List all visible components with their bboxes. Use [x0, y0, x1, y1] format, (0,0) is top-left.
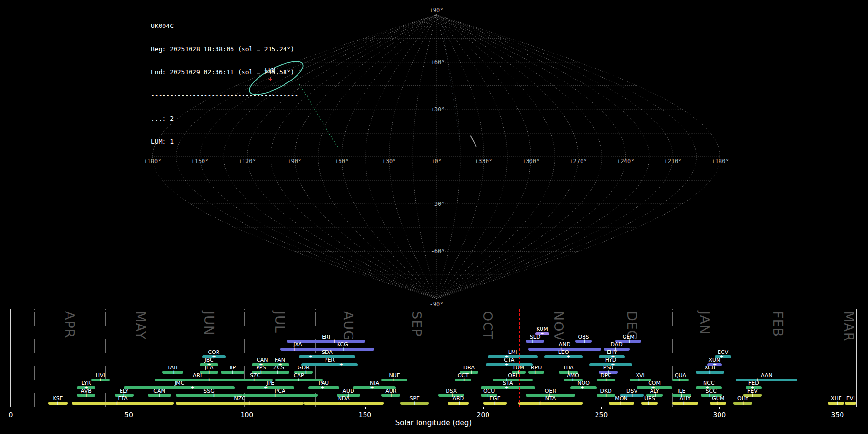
ra-axis-label: +330°: [475, 158, 492, 164]
month-label-mar: MAR: [841, 311, 856, 342]
month-boundary-line: [176, 309, 176, 407]
shower-bar-PCA: [242, 394, 318, 397]
meteor-trail-dotted: [299, 84, 338, 148]
shower-label-JPE: JPE: [257, 380, 284, 386]
shower-peak-marker-OCT: +: [461, 377, 467, 383]
count-unassociated: ...: 2: [151, 115, 298, 122]
shower-label-LEO: LEO: [550, 350, 577, 355]
x-axis-tick: [365, 407, 366, 409]
meridian-line: [436, 15, 484, 299]
month-label-may: MAY: [133, 311, 148, 339]
shower-peak-marker-CAM: +: [157, 393, 163, 398]
shower-peak-marker-LEO: +: [565, 354, 571, 360]
ra-axis-label: +0°: [431, 158, 442, 164]
x-axis-tick: [601, 407, 602, 409]
shower-peak-marker-NZC: +: [246, 400, 252, 406]
shower-peak-marker-PCA: +: [272, 393, 278, 398]
meridian-line: [436, 15, 696, 299]
x-axis-tick-label: 50: [118, 411, 139, 419]
shower-peak-marker-URS: +: [646, 400, 651, 406]
ra-axis-label: +270°: [570, 158, 587, 164]
shower-peak-marker-ARI: +: [206, 377, 212, 383]
shower-peak-marker-AHY: +: [681, 400, 687, 406]
x-axis-tick: [483, 407, 484, 409]
dec-axis-label: +30°: [431, 106, 445, 113]
x-axis-tick-label: 200: [473, 411, 494, 419]
shower-label-JMC: JMC: [166, 380, 193, 386]
count-lum: LUM: 1: [151, 138, 298, 146]
shower-peak-marker-CAP: +: [296, 377, 302, 383]
ra-axis-label: +210°: [664, 158, 681, 164]
shower-peak-marker-EGE: +: [492, 400, 498, 406]
shower-peak-marker-STA: +: [504, 385, 510, 391]
shower-peak-marker-OBS: +: [582, 339, 588, 344]
shower-peak-marker-MON: +: [617, 400, 623, 406]
x-axis-tick: [129, 407, 129, 409]
x-axis-title: Solar longitude (deg): [10, 419, 857, 427]
month-label-jun: JUN: [202, 311, 217, 336]
shower-label-EVI: EVI: [837, 396, 864, 401]
sky-map: LUM+90°-90°+180°+150°+120°+90°+60°+30°+0…: [0, 0, 868, 307]
shower-label-ETA: ETA: [109, 396, 136, 401]
shower-peak-marker-OHY: +: [740, 400, 746, 406]
month-boundary-line: [105, 309, 106, 407]
dec-axis-label: +60°: [431, 59, 445, 66]
shower-peak-marker-SZC: +: [251, 377, 257, 383]
station-id: UK004C: [151, 22, 298, 30]
meridian-line: [366, 15, 436, 299]
meridian-line: [436, 15, 507, 299]
meridian-line: [389, 15, 436, 299]
shower-peak-marker-AUR: +: [388, 393, 394, 398]
shower-label-SDA: SDA: [314, 350, 341, 355]
x-axis-tick-label: 350: [827, 411, 848, 419]
shower-peak-marker-JXA: +: [291, 346, 297, 352]
shower-peak-marker-IIP: +: [230, 369, 236, 375]
month-label-oct: OCT: [480, 311, 495, 340]
shower-peak-marker-ARD: +: [457, 400, 462, 406]
shower-peak-marker-NDA: +: [336, 400, 342, 406]
end-time: End: 20251029 02:36:11 (sol = 215.58°): [151, 68, 298, 76]
info-separator: ---------------------------------------: [151, 92, 298, 99]
ra-axis-label: +60°: [335, 158, 349, 164]
radiant-activity-plot: LUM+90°-90°+180°+150°+120°+90°+60°+30°+0…: [0, 0, 868, 434]
month-label-jul: JUL: [272, 311, 287, 333]
shower-label-JXA: JXA: [284, 342, 311, 347]
meridian-line: [436, 15, 460, 299]
dec-axis-label: -60°: [431, 248, 445, 255]
shower-peak-marker-TAH: +: [171, 369, 176, 375]
month-boundary-line: [34, 309, 35, 407]
shower-label-ORI: ORI: [499, 373, 526, 378]
meridian-line: [436, 15, 531, 299]
month-label-aug: AUG: [341, 311, 356, 341]
shower-label-PCA: PCA: [267, 388, 294, 393]
shower-peak-marker-XCB: +: [707, 369, 713, 375]
ra-axis-label: +240°: [617, 158, 634, 164]
month-boundary-line: [244, 309, 245, 407]
shower-bar-ETA: [72, 402, 174, 405]
shower-peak-marker-EVI: +: [851, 400, 857, 406]
shower-peak-marker-SSG: +: [211, 393, 217, 398]
shower-peak-marker-KCG: +: [341, 346, 347, 352]
x-axis-tick: [247, 407, 247, 409]
shower-label-SSG: SSG: [196, 388, 223, 393]
shower-peak-marker-SDA: +: [308, 354, 313, 360]
month-label-sep: SEP: [409, 311, 424, 337]
shower-peak-marker-ZCS: +: [275, 369, 281, 375]
shower-peak-marker-RPU: +: [532, 369, 538, 375]
pole-top-label: +90°: [430, 7, 444, 14]
month-label-feb: FEB: [771, 311, 786, 337]
shower-label-AND: AND: [551, 342, 578, 347]
x-axis-tick: [838, 407, 838, 409]
shower-bar-LEO: [544, 355, 582, 358]
shower-peak-marker-NOO: +: [580, 385, 585, 391]
shower-peak-marker-SLD: +: [530, 339, 536, 344]
x-axis-tick: [11, 407, 11, 409]
ra-axis-label: +180°: [712, 158, 729, 164]
faint-track-line: [442, 23, 460, 141]
begin-time: Beg: 20251028 18:38:06 (sol = 215.24°): [151, 45, 298, 53]
month-boundary-line: [814, 309, 814, 407]
month-label-jan: JAN: [697, 311, 712, 335]
shower-bar-NDA: [304, 402, 384, 405]
pole-bottom-label: -90°: [430, 301, 444, 307]
x-axis-tick-label: 150: [354, 411, 376, 419]
